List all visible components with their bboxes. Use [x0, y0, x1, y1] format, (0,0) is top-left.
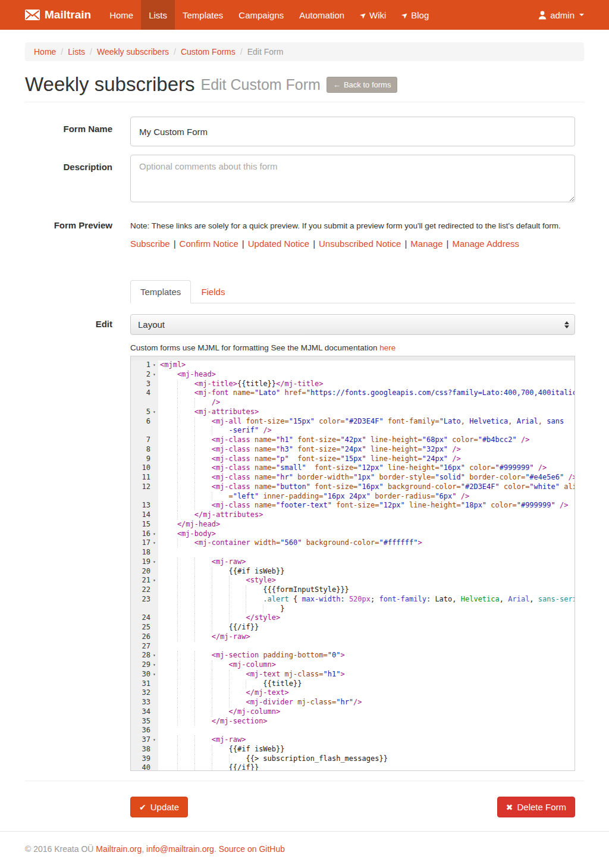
- tab-templates[interactable]: Templates: [130, 280, 191, 303]
- gutter-cell: 2▾: [131, 370, 158, 380]
- gutter-cell: 34: [131, 707, 158, 717]
- indent-guide: [160, 520, 177, 529]
- code-line: 19▾<mj-raw>: [131, 557, 575, 567]
- nav-item-blog[interactable]: ➤Blog: [394, 0, 437, 30]
- code-line: 2▾<mj-head>: [131, 370, 575, 380]
- indent-guide: [177, 492, 194, 502]
- code-editor[interactable]: 1▾<mjml>2▾<mj-head>3<mj-title>{{title}}<…: [130, 356, 575, 771]
- code-line: 29▾<mj-column>: [131, 660, 575, 670]
- line-number: 23: [142, 595, 150, 604]
- preview-link-manage[interactable]: Manage: [410, 239, 442, 249]
- code-line: />: [131, 398, 575, 408]
- footer-link-source-on-github[interactable]: Source on GitHub: [219, 844, 285, 854]
- indent-guide: [160, 585, 177, 595]
- gutter-cell: 27: [131, 642, 158, 651]
- fold-caret-icon[interactable]: ▾: [150, 538, 158, 548]
- breadcrumb-home[interactable]: Home: [34, 47, 56, 57]
- fold-caret-icon[interactable]: ▾: [150, 651, 158, 660]
- indent-guide: [212, 585, 229, 595]
- indent-guide: [160, 745, 177, 754]
- gutter-cell: [131, 492, 158, 502]
- code-text: <mj-column>: [158, 660, 575, 670]
- code-text: <mj-class name="small" font-size="12px" …: [158, 463, 575, 473]
- breadcrumb-lists[interactable]: Lists: [68, 47, 85, 57]
- gutter-cell: 38: [131, 745, 158, 754]
- code-line: 40{{/if}}: [131, 763, 575, 771]
- gutter-cell: 25: [131, 623, 158, 632]
- indent-guide: [160, 557, 177, 567]
- delete-form-button[interactable]: ✖ Delete Form: [497, 797, 575, 817]
- indent-guide: [194, 557, 212, 567]
- gutter-cell: 35: [131, 717, 158, 726]
- gutter-cell: 22: [131, 585, 158, 595]
- back-to-forms-button[interactable]: ← Back to forms: [327, 77, 397, 93]
- indent-guide: [177, 698, 194, 707]
- fold-caret-icon[interactable]: ▾: [150, 557, 158, 567]
- preview-link-subscribe[interactable]: Subscribe: [130, 239, 170, 249]
- line-number: 17: [142, 538, 150, 548]
- user-icon: [538, 11, 547, 20]
- indent-guide: [229, 585, 246, 595]
- form-name-label: Form Name: [25, 117, 121, 146]
- indent-guide: [194, 735, 212, 745]
- indent-guide: [212, 679, 229, 689]
- forward-arrow-icon: ➤: [358, 10, 369, 21]
- fold-caret-icon[interactable]: ▾: [150, 361, 158, 370]
- form-name-input[interactable]: [130, 117, 575, 146]
- link-separator: |: [170, 239, 180, 249]
- fold-caret-icon[interactable]: ▾: [150, 660, 158, 670]
- update-button[interactable]: ✔ Update: [130, 797, 188, 817]
- indent-guide: [160, 717, 177, 726]
- breadcrumb-weekly-subscribers[interactable]: Weekly subscribers: [97, 47, 169, 57]
- indent-guide: [160, 398, 177, 408]
- brand-logo[interactable]: Mailtrain: [25, 0, 102, 30]
- gutter-cell: 26: [131, 632, 158, 642]
- nav-item-campaigns[interactable]: Campaigns: [231, 0, 291, 30]
- code-line: 38{{#if isWeb}}: [131, 745, 575, 754]
- user-menu[interactable]: admin: [538, 0, 584, 30]
- gutter-cell: 11: [131, 473, 158, 482]
- preview-link-manage-address[interactable]: Manage Address: [452, 239, 519, 249]
- indent-guide: [177, 482, 194, 492]
- template-select[interactable]: Layout: [130, 314, 575, 335]
- breadcrumb-custom-forms[interactable]: Custom Forms: [181, 47, 236, 57]
- fold-caret-icon[interactable]: ▾: [150, 670, 158, 679]
- fold-caret-icon[interactable]: ▾: [150, 370, 158, 380]
- footer-link-info-mailtrain-org[interactable]: info@mailtrain.org: [146, 844, 214, 854]
- nav-item-home[interactable]: Home: [102, 0, 141, 30]
- nav-item-wiki[interactable]: ➤Wiki: [352, 0, 394, 30]
- gutter-cell: 6: [131, 417, 158, 427]
- preview-link-updated-notice[interactable]: Updated Notice: [248, 239, 309, 249]
- gutter-cell: [131, 604, 158, 614]
- code-line: 31{{title}}: [131, 679, 575, 689]
- fold-caret-icon[interactable]: ▾: [150, 576, 158, 585]
- nav-item-lists[interactable]: Lists: [141, 0, 175, 30]
- user-label: admin: [550, 10, 575, 20]
- code-line: 7<mj-class name="h1" font-size="42px" li…: [131, 435, 575, 445]
- indent-guide: [177, 557, 194, 567]
- tab-fields[interactable]: Fields: [191, 280, 235, 303]
- nav-item-templates[interactable]: Templates: [175, 0, 231, 30]
- gutter-cell: 3: [131, 380, 158, 389]
- link-separator: |: [443, 239, 453, 249]
- indent-guide: [194, 613, 212, 623]
- preview-link-unsubscribed-notice[interactable]: Unsubscribed Notice: [319, 239, 401, 249]
- fold-caret-icon[interactable]: ▾: [150, 529, 158, 539]
- fold-caret-icon[interactable]: ▾: [150, 408, 158, 417]
- mjml-docs-link[interactable]: here: [379, 343, 395, 352]
- fold-caret-icon[interactable]: ▾: [150, 735, 158, 745]
- description-textarea[interactable]: [130, 155, 575, 202]
- indent-guide: [160, 698, 177, 707]
- nav-item-automation[interactable]: Automation: [291, 0, 352, 30]
- indent-guide: [194, 660, 212, 670]
- caret-down-icon: [579, 14, 584, 16]
- back-button-label: Back to forms: [344, 80, 391, 89]
- line-number: 34: [142, 707, 150, 717]
- preview-link-confirm-notice[interactable]: Confirm Notice: [180, 239, 238, 249]
- indent-guide: [160, 510, 177, 520]
- code-text: <mj-font name="Lato" href="https://fonts…: [158, 388, 575, 398]
- code-text: </mj-head>: [158, 520, 575, 529]
- nav-item-label: Home: [109, 10, 133, 20]
- code-line: 20{{#if isWeb}}: [131, 567, 575, 576]
- footer-link-mailtrain-org[interactable]: Mailtrain.org: [96, 844, 142, 854]
